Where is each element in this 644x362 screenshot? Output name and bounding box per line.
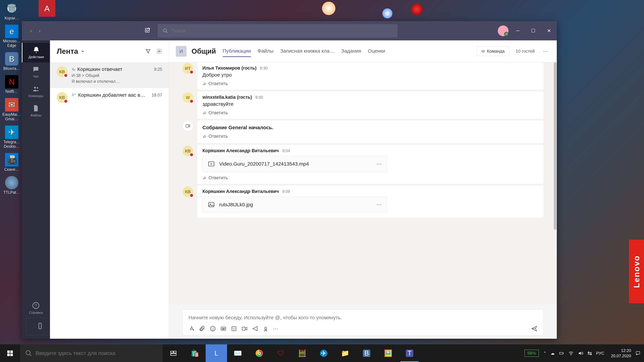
feed-item[interactable]: КВ Коряшкин отвечает9:25 И-38 > Общий Я … — [50, 62, 169, 88]
taskbar-explorer[interactable]: 📁 — [334, 345, 356, 362]
svg-rect-21 — [232, 327, 236, 331]
more-icon[interactable]: ⋯ — [541, 46, 550, 56]
taskbar-mail[interactable]: ✉️ — [227, 345, 248, 362]
emoji-icon[interactable] — [210, 326, 216, 332]
reply-button[interactable]: Ответить — [202, 81, 538, 86]
scrollbar-thumb[interactable] — [554, 62, 556, 230]
svg-line-32 — [30, 354, 31, 356]
tray-battery-icon[interactable] — [559, 351, 564, 356]
tab-posts[interactable]: Публикации — [223, 45, 251, 57]
svg-rect-36 — [560, 352, 563, 354]
svg-rect-37 — [563, 353, 564, 354]
rail-chat[interactable]: Чат — [22, 62, 50, 82]
label: Telegra… Deskto… — [2, 140, 22, 149]
team-button[interactable]: Команда — [477, 46, 509, 56]
gear-icon[interactable] — [156, 48, 162, 54]
profile-avatar[interactable] — [498, 25, 508, 36]
minimize-icon[interactable]: ─ — [514, 25, 522, 36]
system-message-card[interactable]: Собрание General началось. Ответить — [198, 120, 544, 143]
tab-notebook[interactable]: Записная книжка кла… — [280, 45, 334, 57]
gif-icon[interactable]: GIF — [220, 326, 226, 332]
image-file-icon — [208, 201, 215, 208]
compose-input[interactable] — [188, 315, 537, 321]
more-icon[interactable]: ⋯ — [273, 326, 278, 332]
svg-rect-14 — [209, 202, 214, 207]
tray-volume-icon[interactable] — [578, 351, 583, 356]
compose-area: GIF ⋯ — [169, 305, 557, 339]
desktop-adobe[interactable]: A — [38, 0, 55, 17]
format-icon[interactable] — [188, 326, 195, 332]
meet-icon[interactable] — [241, 326, 248, 332]
guest-count[interactable]: 10 гостей — [512, 46, 538, 56]
rail-files[interactable]: Файлы — [22, 101, 50, 121]
compose-new-icon[interactable] — [142, 25, 152, 36]
feed-item[interactable]: КВ Коряшкин добавляет вас в…18.07 — [50, 88, 169, 107]
send-icon[interactable] — [531, 326, 537, 332]
desktop-scanner[interactable]: 📠Скане… — [2, 153, 22, 172]
feed-title[interactable]: Лента — [57, 47, 85, 55]
video-attachment[interactable]: Video.Guru_20200717_142413543.mp4 ⋯ — [202, 156, 387, 172]
tray-clock[interactable]: 12:2020.07.2020 — [611, 348, 631, 358]
message-card[interactable]: Коряшкин Александр Витальевич9:04 Video.… — [198, 145, 544, 184]
nav-forward-icon[interactable]: › — [37, 26, 42, 35]
taskbar-vk[interactable]: B — [356, 345, 377, 362]
close-icon[interactable]: ✕ — [544, 25, 554, 36]
teams-app-window: ‹ › ─ ☐ ✕ Действия Чат Команды Файлы ?Сп… — [22, 21, 557, 339]
desktop-netflix[interactable]: NNetfli… — [2, 75, 22, 94]
search-box[interactable] — [158, 24, 398, 37]
msg-time: 9:04 — [282, 148, 290, 153]
scrollbar[interactable] — [554, 62, 557, 305]
taskbar-store[interactable]: 🛍️ — [184, 345, 206, 362]
svg-rect-29 — [7, 354, 10, 356]
avatar: W — [182, 92, 193, 103]
taskbar-search[interactable] — [20, 345, 163, 362]
start-button[interactable] — [0, 345, 20, 362]
reply-button[interactable]: Ответить — [202, 175, 538, 180]
filter-icon[interactable] — [145, 48, 151, 54]
message-card[interactable]: winxstella.katia (гость)9:00 здравствуйт… — [198, 91, 544, 119]
desktop-recycle-bin[interactable]: 🗑️Корзи… — [2, 2, 22, 20]
tab-grades[interactable]: Оценки — [368, 45, 385, 57]
tray-notifications-icon[interactable] — [635, 351, 641, 356]
taskbar-lenovo[interactable]: L — [206, 345, 227, 362]
taskbar-chrome[interactable] — [248, 345, 270, 362]
reply-button[interactable]: Ответить — [202, 134, 538, 139]
rail-teams[interactable]: Команды — [22, 82, 50, 101]
tray-lang[interactable]: РУС — [596, 351, 604, 356]
tray-cloud-icon[interactable]: ☁ — [550, 351, 554, 356]
attach-icon[interactable] — [199, 326, 206, 332]
battery-percent[interactable]: 58% — [524, 350, 539, 357]
more-icon[interactable]: ⋯ — [376, 201, 382, 208]
file-icon — [32, 105, 40, 112]
tray-chevron-icon[interactable]: ⌃ — [543, 351, 546, 356]
tab-files[interactable]: Файлы — [258, 45, 274, 57]
rail-activity[interactable]: Действия — [22, 43, 50, 62]
maximize-icon[interactable]: ☐ — [528, 25, 538, 36]
praise-icon[interactable] — [262, 326, 269, 332]
tab-assignments[interactable]: Задания — [341, 45, 361, 57]
search-input[interactable] — [172, 28, 392, 34]
task-view-icon[interactable] — [163, 345, 184, 362]
taskbar-photos[interactable]: 🖼️ — [377, 345, 399, 362]
tray-connect-icon[interactable]: ⇆ — [588, 350, 592, 357]
taskbar-telegram[interactable]: ✈ — [313, 345, 334, 362]
taskbar-mcafee[interactable]: 🛡 — [270, 345, 292, 362]
stream-icon[interactable] — [252, 326, 258, 332]
desktop-ttl[interactable]: TTLPat… — [2, 176, 22, 195]
image-attachment[interactable]: rutsJ8tJLk0.jpg ⋯ — [202, 197, 387, 213]
reply-button[interactable]: Ответить — [202, 110, 538, 115]
desktop-gmail[interactable]: ✉EasyMai… Gmai… — [2, 98, 22, 121]
taskbar-search-input[interactable] — [36, 350, 158, 356]
more-icon[interactable]: ⋯ — [376, 161, 382, 167]
desktop-telegram[interactable]: ✈Telegra… Deskto… — [2, 125, 22, 149]
taskbar-calc[interactable]: 🧮 — [292, 345, 313, 362]
message-card[interactable]: Коряшкин Александр Витальевич9:09 rutsJ8… — [198, 186, 544, 218]
nav-back-icon[interactable]: ‹ — [28, 26, 34, 35]
tray-wifi-icon[interactable] — [568, 351, 574, 356]
desktop-vk[interactable]: BВКонта… — [2, 52, 22, 71]
rail-help[interactable]: ?Справка — [22, 299, 50, 318]
sticker-icon[interactable] — [231, 326, 237, 332]
taskbar-teams[interactable]: T — [399, 345, 420, 362]
message-card[interactable]: Илья Тихомиров (гость)8:30 Доброе утро О… — [198, 62, 544, 90]
desktop-edge[interactable]: eMicroso… Edge — [2, 25, 22, 48]
